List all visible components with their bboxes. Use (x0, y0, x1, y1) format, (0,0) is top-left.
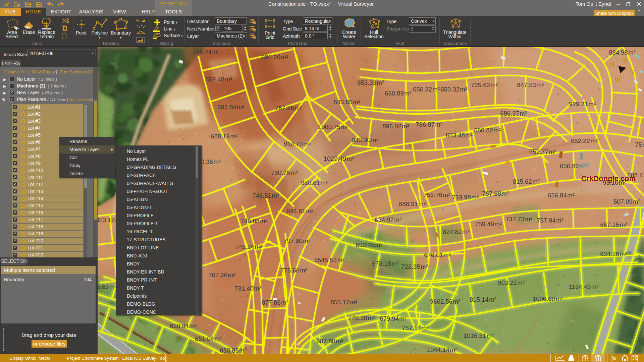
svg-text:824.82 m²: 824.82 m² (443, 228, 470, 235)
svg-text:824.16 m²: 824.16 m² (600, 250, 627, 257)
svg-text:1044.14 m²: 1044.14 m² (427, 346, 457, 353)
svg-text:1006.60 m²: 1006.60 m² (533, 295, 563, 302)
svg-text:686.37 m²: 686.37 m² (500, 110, 527, 117)
svg-text:75 m²: 75 m² (635, 141, 644, 148)
svg-text:914.70 m²: 914.70 m² (284, 140, 311, 147)
svg-text:932.30 m²: 932.30 m² (352, 136, 378, 143)
svg-text:737.73 m²: 737.73 m² (505, 216, 532, 223)
svg-text:929.21 m²: 929.21 m² (569, 101, 596, 108)
svg-text:797.80 m²: 797.80 m² (283, 237, 310, 244)
svg-text:745.88 m²: 745.88 m² (240, 218, 267, 225)
svg-text:767.86 m²: 767.86 m² (275, 104, 302, 111)
svg-text:650.32 m²: 650.32 m² (440, 86, 467, 93)
svg-text:W: W (615, 76, 621, 83)
svg-text:980.61 m²: 980.61 m² (301, 179, 328, 186)
svg-text:775.66 m²: 775.66 m² (280, 267, 307, 274)
svg-text:731.40 m²: 731.40 m² (234, 285, 261, 292)
svg-text:756.76 m²: 756.76 m² (423, 191, 450, 198)
svg-text:656.84 m²: 656.84 m² (548, 192, 575, 199)
svg-text:695.20 m²: 695.20 m² (261, 54, 288, 61)
svg-text:855.17 m²: 855.17 m² (330, 299, 357, 306)
svg-text:757.94 m²: 757.94 m² (537, 217, 564, 224)
svg-text:759.49 m²: 759.49 m² (475, 221, 502, 228)
svg-text:722.35 m²: 722.35 m² (401, 263, 428, 270)
svg-text:650.85 m²: 650.85 m² (220, 347, 247, 354)
svg-text:678.18 m²: 678.18 m² (372, 260, 399, 267)
svg-text:S: S (630, 69, 634, 76)
svg-text:688.19 m²: 688.19 m² (211, 133, 237, 140)
svg-text:767.68 m²: 767.68 m² (482, 190, 509, 197)
svg-text:843.85 m²: 843.85 m² (333, 99, 360, 106)
svg-text:780.75 m²: 780.75 m² (271, 169, 298, 176)
svg-text:676.01 m²: 676.01 m² (424, 251, 451, 258)
svg-text:653.48 m²: 653.48 m² (446, 132, 473, 139)
svg-text:687.80 m²: 687.80 m² (316, 338, 343, 345)
svg-text:745.24 m²: 745.24 m² (235, 243, 262, 250)
svg-text:766.87 m²: 766.87 m² (416, 121, 442, 128)
svg-text:903.22 m²: 903.22 m² (498, 279, 525, 286)
svg-text:5.85 m²: 5.85 m² (98, 283, 117, 290)
svg-text:656.82 m²: 656.82 m² (474, 127, 501, 134)
svg-text:507.09 m²: 507.09 m² (613, 198, 640, 205)
svg-text:815.14 m²: 815.14 m² (470, 296, 496, 303)
svg-text:844.81 m²: 844.81 m² (286, 207, 313, 215)
svg-text:757.14 m²: 757.14 m² (402, 324, 429, 331)
svg-text:653.33 m²: 653.33 m² (357, 79, 384, 86)
svg-text:1016.31 m²: 1016.31 m² (464, 332, 494, 339)
svg-text:E: E (623, 57, 627, 64)
svg-text:749.20 m²: 749.20 m² (348, 314, 375, 321)
svg-text:651.04 m²: 651.04 m² (195, 335, 222, 342)
svg-text:679.94 m²: 679.94 m² (380, 315, 407, 322)
svg-text:CrkDongle.com: CrkDongle.com (581, 174, 636, 183)
svg-text:667.15 m²: 667.15 m² (600, 221, 627, 228)
svg-text:%: % (136, 19, 139, 23)
svg-text:652.22 m²: 652.22 m² (571, 137, 598, 144)
svg-text:659.48 m²: 659.48 m² (205, 76, 232, 83)
svg-text:660.89 m²: 660.89 m² (385, 90, 412, 97)
svg-text:752.77 m²: 752.77 m² (529, 148, 556, 155)
svg-text:745.44 m²: 745.44 m² (193, 48, 219, 55)
svg-text:767.26 m²: 767.26 m² (208, 272, 235, 279)
svg-text:847.53 m²: 847.53 m² (517, 81, 544, 88)
svg-text:692.45 m²: 692.45 m² (356, 241, 382, 248)
svg-text:1164.45 m²: 1164.45 m² (569, 283, 599, 290)
svg-text:692.84 m²: 692.84 m² (217, 104, 244, 111)
svg-text:896.02 m²: 896.02 m² (382, 123, 409, 130)
svg-text:888.91 m²: 888.91 m² (399, 200, 426, 207)
svg-text:650.32 m²: 650.32 m² (413, 86, 440, 93)
svg-text:1027.49 m²: 1027.49 m² (324, 155, 354, 162)
svg-text:9602.56 m²: 9602.56 m² (430, 298, 460, 305)
svg-text:1000.75 m²: 1000.75 m² (318, 123, 348, 130)
svg-text:725.62 m²: 725.62 m² (471, 81, 498, 88)
svg-text:N: N (610, 61, 614, 68)
svg-text:650.94 m²: 650.94 m² (170, 322, 197, 329)
svg-text:5545.51 m²: 5545.51 m² (314, 256, 344, 263)
svg-text:815.62 m²: 815.62 m² (513, 178, 540, 185)
svg-text:884.98 m²: 884.98 m² (609, 49, 636, 56)
svg-text:746.51 m²: 746.51 m² (252, 192, 279, 199)
svg-text:733.98 m²: 733.98 m² (452, 194, 479, 201)
